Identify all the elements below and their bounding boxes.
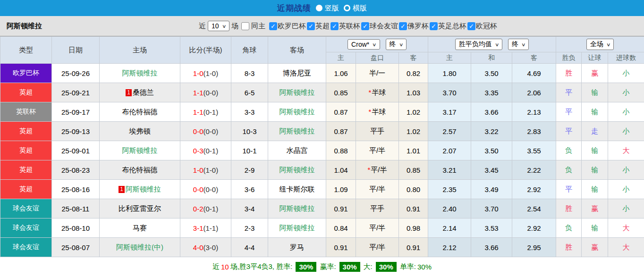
avg-odds-home: 2.14 — [428, 218, 471, 238]
same-home-filter[interactable]: 同主 — [241, 22, 265, 31]
checkbox-icon[interactable]: ✓ — [430, 22, 438, 30]
avg-odds-away: 2.92 — [512, 218, 556, 238]
match-type-badge: 英超 — [0, 180, 52, 199]
home-team: 阿斯顿维拉(中) — [100, 238, 180, 257]
subcol-avg-draw: 和 — [471, 52, 512, 64]
home-team-name: 埃弗顿 — [129, 127, 151, 135]
chevron-down-icon: ∨ — [606, 42, 611, 47]
avg-odds-select[interactable]: 胜平负均值 ∨ — [455, 39, 502, 50]
half-time-score: (1-1) — [203, 224, 219, 232]
subcol-goals: 进球数 — [608, 52, 644, 64]
avg-odds-away: 2.54 — [512, 199, 556, 218]
avg-odds-draw: 3.22 — [471, 122, 512, 141]
filter-controls: 近 10 ∨ 场 同主 ✓欧罗巴杯✓英超✓英联杯✓球会友谊✓佛罗杯✓英足总杯✓欧… — [199, 21, 497, 31]
odds-home: 1.04 — [326, 160, 356, 180]
checkbox-icon[interactable]: ✓ — [269, 22, 277, 30]
checkbox-icon[interactable] — [241, 22, 249, 30]
corner-score: 3-4 — [231, 199, 268, 218]
odds-away: 0.91 — [399, 238, 428, 257]
goals-status: 小 — [608, 64, 644, 83]
radio-icon[interactable] — [316, 5, 322, 11]
half-time-score: (0-1) — [203, 147, 219, 155]
corner-score: 8-3 — [231, 64, 268, 83]
checkbox-icon[interactable]: ✓ — [399, 22, 407, 30]
competition-label: 英联杯 — [339, 22, 360, 31]
checkbox-icon[interactable]: ✓ — [467, 22, 475, 30]
match-date: 25-09-26 — [52, 64, 100, 83]
full-time-score: 0-3 — [193, 147, 203, 155]
competition-label: 球会友谊 — [370, 22, 398, 31]
checkbox-icon[interactable]: ✓ — [330, 22, 339, 30]
handicap-line: *半球 — [356, 83, 399, 102]
match-row: 英超25-09-01阿斯顿维拉0-3(0-1)10-1水晶宫0.88平/半1.0… — [0, 141, 644, 160]
odds-home: 0.88 — [326, 141, 356, 160]
match-type-badge: 英联杯 — [0, 102, 52, 122]
results-table-body: 欧罗巴杯25-09-26阿斯顿维拉1-0(1-0)8-3博洛尼亚1.06半/一0… — [0, 64, 644, 257]
handicap-line: *平/半 — [356, 160, 399, 180]
match-date: 25-09-17 — [52, 102, 100, 122]
goals-status: 小 — [608, 122, 644, 141]
competition-filter[interactable]: ✓英足总杯 — [430, 22, 466, 31]
avg-odds-home: 1.80 — [428, 64, 471, 83]
checkbox-icon[interactable]: ✓ — [361, 22, 369, 30]
full-match-select[interactable]: 全场 ∨ — [586, 39, 614, 50]
avg-odds-draw: 3.49 — [471, 180, 512, 199]
full-match-header: 全场 ∨ — [556, 37, 644, 52]
recent-count-value: 10 — [212, 22, 219, 30]
handicap-text: 半/一 — [369, 69, 385, 77]
radio-label: 横版 — [353, 4, 367, 13]
competition-filter[interactable]: ✓佛罗杯 — [399, 22, 429, 31]
match-score: 4-0(3-0) — [180, 238, 231, 257]
result-status: 负 — [556, 218, 582, 238]
match-date: 25-08-10 — [52, 218, 100, 238]
odds-home: 0.84 — [326, 218, 356, 238]
competition-filter[interactable]: ✓欧罗巴杯 — [269, 22, 306, 31]
competition-filter[interactable]: ✓球会友谊 — [361, 22, 398, 31]
half-time-score: (0-1) — [203, 108, 219, 116]
odds-state-select[interactable]: 终 ∨ — [386, 39, 407, 50]
away-team-name: 水晶宫 — [287, 146, 308, 154]
match-row: 球会友谊25-08-10马赛3-1(1-1)2-3阿斯顿维拉0.84平/半0.9… — [0, 218, 644, 238]
odds-company-header: Crow* ∨ 终 ∨ — [326, 37, 428, 52]
result-status: 平 — [556, 102, 582, 122]
recent-count-select[interactable]: 10 ∨ — [208, 21, 229, 31]
odds-away: 1.03 — [399, 83, 428, 102]
result-status: 胜 — [556, 199, 582, 218]
handicap-text: 平手 — [370, 204, 384, 212]
handicap-result-status: 输 — [582, 180, 608, 199]
single-rate-label: 单率: — [400, 262, 416, 271]
result-status: 平 — [556, 180, 582, 199]
avg-state-select[interactable]: 终 ∨ — [508, 39, 529, 50]
results-table: 类型 日期 主场 比分(半场) 角球 客场 Crow* ∨ 终 ∨ — [0, 36, 644, 257]
layout-radio-selected[interactable]: 竖版 — [316, 4, 339, 13]
full-time-score: 4-0 — [193, 243, 203, 252]
checkbox-icon[interactable]: ✓ — [307, 22, 315, 30]
away-team-name: 罗马 — [290, 243, 304, 251]
odds-away: 1.01 — [399, 141, 428, 160]
competition-label: 英足总杯 — [438, 22, 466, 31]
goals-status: 小 — [608, 199, 644, 218]
col-score: 比分(半场) — [180, 37, 231, 64]
odds-company-select[interactable]: Crow* ∨ — [347, 39, 380, 50]
competition-filter[interactable]: ✓英超 — [307, 22, 330, 31]
odds-home: 0.91 — [326, 199, 356, 218]
match-score: 0-3(0-1) — [180, 141, 231, 160]
match-type-badge: 英超 — [0, 141, 52, 160]
layout-radio-unselected[interactable]: 横版 — [344, 4, 367, 13]
subcol-result: 胜负 — [556, 52, 582, 64]
competition-filter[interactable]: ✓欧冠杯 — [467, 22, 497, 31]
subcol-odds-away: 客 — [399, 52, 428, 64]
competition-filter[interactable]: ✓英联杯 — [330, 22, 360, 31]
match-row: 球会友谊25-08-11比利亚雷亚尔0-2(0-1)3-4阿斯顿维拉0.91平手… — [0, 199, 644, 218]
subcol-avg-away: 客 — [512, 52, 556, 64]
handicap-text: 平/半 — [369, 146, 385, 154]
odds-away: 0.91 — [399, 199, 428, 218]
full-time-score: 1-0 — [193, 69, 203, 77]
radio-icon[interactable] — [344, 5, 350, 11]
competition-label: 欧罗巴杯 — [278, 22, 306, 31]
summary-count: 10 — [221, 263, 229, 271]
match-score: 1-0(1-0) — [180, 64, 231, 83]
home-team-name: 马赛 — [133, 224, 147, 232]
competition-filters: ✓欧罗巴杯✓英超✓英联杯✓球会友谊✓佛罗杯✓英足总杯✓欧冠杯 — [268, 22, 497, 31]
home-team: 布伦特福德 — [100, 102, 180, 122]
